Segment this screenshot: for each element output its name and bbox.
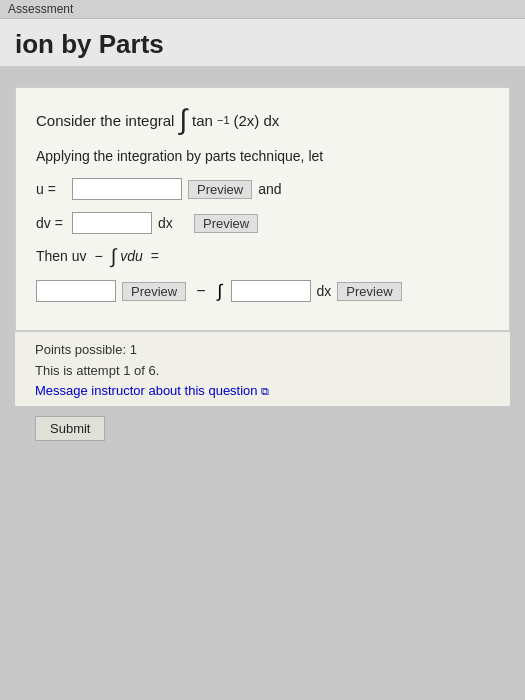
result-input-2[interactable] xyxy=(231,280,311,302)
then-line: Then uv − ∫ vdu = xyxy=(36,246,489,266)
points-label: Points possible: xyxy=(35,342,126,357)
message-instructor-link[interactable]: Message instructor about this question ⧉ xyxy=(35,383,269,398)
then-vdu: vdu xyxy=(120,248,143,264)
result-row: Preview − ∫ dx Preview xyxy=(36,280,489,302)
integral-arg: (2x) dx xyxy=(234,112,280,129)
then-equals: = xyxy=(151,248,159,264)
u-label: u = xyxy=(36,181,66,197)
submit-area: Submit xyxy=(15,416,510,441)
card: Consider the integral ∫ tan−1(2x) dx App… xyxy=(15,87,510,331)
then-label: Then uv xyxy=(36,248,87,264)
result-minus: − xyxy=(196,282,205,300)
u-preview-button[interactable]: Preview xyxy=(188,180,252,199)
dv-input[interactable] xyxy=(72,212,152,234)
u-and-text: and xyxy=(258,181,281,197)
result-dx: dx xyxy=(317,283,332,299)
page-title: ion by Parts xyxy=(0,19,525,67)
applying-line: Applying the integration by parts techni… xyxy=(36,148,489,164)
integral-expression: tan xyxy=(192,112,213,129)
points-section: Points possible: 1 This is attempt 1 of … xyxy=(15,331,510,406)
dv-row: dv = dx Preview xyxy=(36,212,489,234)
submit-button[interactable]: Submit xyxy=(35,416,105,441)
integral-symbol: ∫ xyxy=(179,106,187,134)
u-row: u = Preview and xyxy=(36,178,489,200)
dv-dx: dx xyxy=(158,215,188,231)
main-area: Consider the integral ∫ tan−1(2x) dx App… xyxy=(0,67,525,461)
integral-line: Consider the integral ∫ tan−1(2x) dx xyxy=(36,106,489,134)
attempt-line: This is attempt 1 of 6. xyxy=(35,361,490,382)
dv-label: dv = xyxy=(36,215,66,231)
result-input-1[interactable] xyxy=(36,280,116,302)
points-value: 1 xyxy=(130,342,137,357)
attempt-text: This is attempt 1 of 6. xyxy=(35,363,159,378)
topbar-label: Assessment xyxy=(8,2,73,16)
integral-prefix: Consider the integral xyxy=(36,112,174,129)
integral-superscript: −1 xyxy=(217,114,230,126)
external-link-icon: ⧉ xyxy=(261,385,269,397)
then-minus: − xyxy=(95,248,103,264)
u-input[interactable] xyxy=(72,178,182,200)
result-preview-button-1[interactable]: Preview xyxy=(122,282,186,301)
dv-preview-button[interactable]: Preview xyxy=(194,214,258,233)
result-integral-symbol: ∫ xyxy=(218,281,223,302)
then-integral-symbol: ∫ xyxy=(111,246,116,266)
points-line: Points possible: 1 xyxy=(35,340,490,361)
result-preview-button-2[interactable]: Preview xyxy=(337,282,401,301)
top-bar: Assessment xyxy=(0,0,525,19)
